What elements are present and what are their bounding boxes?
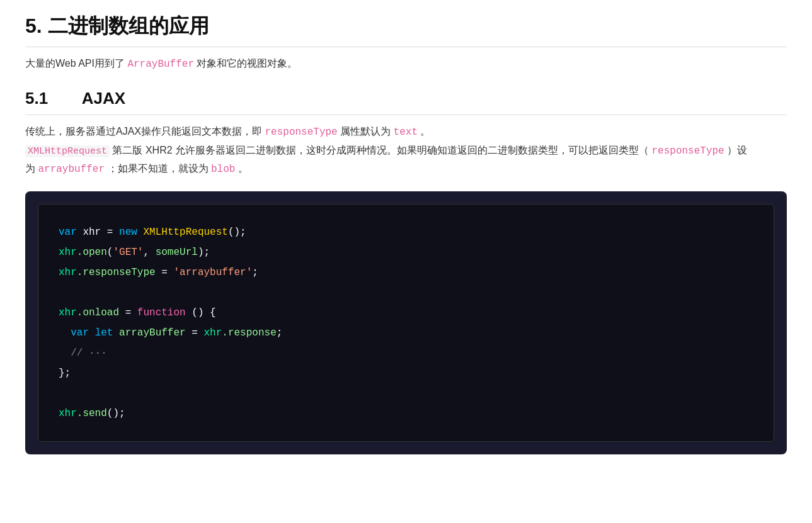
code-block-wrapper: var xhr = new XMLHttpRequest(); xhr.open… — [25, 191, 787, 454]
text-highlight: text — [394, 127, 418, 138]
code-line-10: xhr.send(); — [59, 403, 753, 424]
section-title: 5. 二进制数组的应用 — [25, 13, 787, 47]
responsetype-highlight-1: responseType — [265, 127, 337, 138]
code-line-5: xhr.onload = function () { — [59, 303, 753, 323]
desc-line-2: XMLHttpRequest 第二版 XHR2 允许服务器返回二进制数据，这时分… — [25, 142, 787, 179]
intro-paragraph: 大量的Web API用到了 ArrayBuffer 对象和它的视图对象。 — [25, 55, 787, 74]
description-block: 传统上，服务器通过AJAX操作只能返回文本数据，即 responseType 属… — [25, 123, 787, 179]
code-line-7: // ··· — [59, 343, 753, 363]
code-line-6: var let arrayBuffer = xhr.response; — [59, 323, 753, 343]
code-block: var xhr = new XMLHttpRequest(); xhr.open… — [38, 204, 774, 442]
subsection-title: 5.1 AJAX — [25, 89, 787, 115]
code-line-4 — [59, 283, 753, 303]
xmlhttprequest-inline: XMLHttpRequest — [25, 145, 110, 157]
code-line-2: xhr.open('GET', someUrl); — [59, 242, 753, 262]
code-line-8: }; — [59, 363, 753, 383]
desc-line-1: 传统上，服务器通过AJAX操作只能返回文本数据，即 responseType 属… — [25, 123, 787, 142]
code-line-1: var xhr = new XMLHttpRequest(); — [59, 222, 753, 242]
arraybuffer-highlight-2: arraybuffer — [38, 164, 105, 175]
arraybuffer-highlight: ArrayBuffer — [127, 59, 194, 70]
code-line-9 — [59, 383, 753, 403]
code-line-3: xhr.responseType = 'arraybuffer'; — [59, 262, 753, 283]
blob-highlight: blob — [211, 164, 235, 175]
responsetype-highlight-2: responseType — [652, 145, 724, 157]
